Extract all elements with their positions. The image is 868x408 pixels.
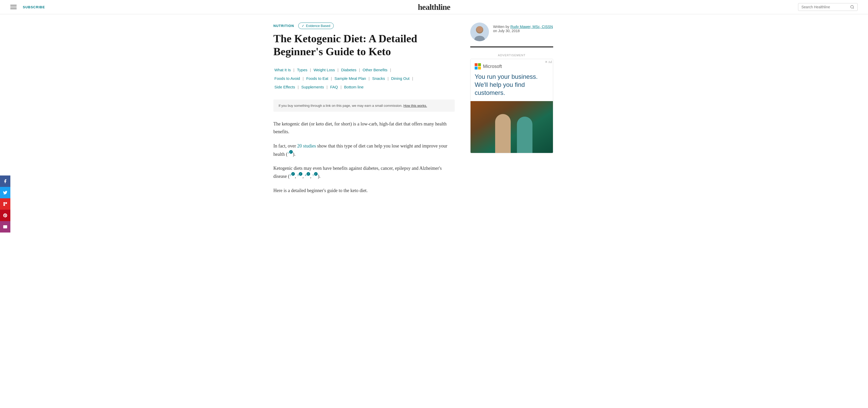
ad-image-content — [470, 101, 553, 153]
ms-blue-square — [475, 67, 477, 69]
flipboard-share-button[interactable] — [0, 198, 10, 210]
nav-link-supplements[interactable]: Supplements — [300, 83, 325, 91]
facebook-share-button[interactable] — [0, 175, 10, 187]
ad-close-button[interactable]: ✕ Ad — [545, 60, 552, 64]
nav-link-dining-out[interactable]: Dining Out — [390, 74, 411, 83]
nav-link-other-benefits[interactable]: Other Benefits — [362, 65, 389, 74]
ms-yellow-square — [478, 67, 481, 69]
nav-link-snacks[interactable]: Snacks — [371, 74, 386, 83]
category-label: NUTRITION — [273, 24, 294, 28]
nav-link-sample-meal-plan[interactable]: Sample Meal Plan — [334, 74, 367, 83]
author-avatar — [470, 23, 489, 41]
hamburger-menu-button[interactable] — [10, 5, 17, 9]
nav-link-diabetes[interactable]: Diabetes — [340, 65, 357, 74]
svg-point-3 — [850, 5, 854, 8]
site-logo[interactable]: healthline — [418, 2, 450, 12]
svg-rect-0 — [3, 202, 5, 204]
site-header: SUBSCRIBE healthline — [0, 0, 868, 14]
ad-header: Microsoft You run your business. We'll h… — [470, 59, 553, 101]
nav-link-side-effects[interactable]: Side Effects — [273, 83, 296, 91]
studies-link[interactable]: 20 studies — [297, 143, 316, 148]
paragraph-1: The ketogenic diet (or keto diet, for sh… — [273, 120, 455, 136]
main-container: NUTRITION ✓ Evidence Based The Ketogenic… — [253, 14, 615, 211]
nav-link-what-it-is[interactable]: What It Is — [273, 65, 292, 74]
ref-2[interactable]: 2✓ — [289, 173, 295, 177]
svg-line-4 — [853, 8, 854, 8]
ref-1[interactable]: 1✓ — [287, 151, 293, 154]
microsoft-logo: Microsoft — [475, 63, 549, 69]
nav-link-weight-loss[interactable]: Weight Loss — [312, 65, 336, 74]
svg-rect-2 — [3, 204, 5, 206]
search-icon — [850, 5, 854, 9]
pinterest-share-button[interactable] — [0, 210, 10, 211]
ref-4[interactable]: 4✓ — [305, 173, 310, 177]
article-body: The ketogenic diet (or keto diet, for sh… — [273, 120, 455, 195]
twitter-share-button[interactable] — [0, 187, 10, 198]
checkmark-icon: ✓ — [302, 24, 305, 28]
disclosure-text: If you buy something through a link on t… — [279, 104, 402, 108]
ad-box: ✕ Ad Microsoft You run your business. We… — [470, 59, 553, 153]
author-name-link[interactable]: Rudy Mawer, MSc, CISSN — [510, 25, 553, 29]
evidence-badge: ✓ Evidence Based — [298, 23, 334, 29]
article-title: The Ketogenic Diet: A Detailed Beginner'… — [273, 32, 455, 58]
paragraph-4: Here is a detailed beginner's guide to t… — [273, 186, 455, 195]
svg-point-8 — [476, 26, 483, 32]
author-prefix: Written by — [493, 25, 509, 29]
ad-headline: You run your business. We'll help you fi… — [475, 72, 549, 97]
author-photo — [470, 23, 489, 41]
search-bar[interactable] — [798, 3, 858, 11]
author-date: on July 30, 2018 — [493, 29, 520, 33]
person1-silhouette — [495, 114, 511, 153]
author-info: Written by Rudy Mawer, MSc, CISSN on Jul… — [493, 23, 553, 33]
nav-link-foods-to-avoid[interactable]: Foods to Avoid — [273, 74, 301, 83]
author-divider-bar — [470, 47, 553, 48]
article-nav: What It Is | Types | Weight Loss | Diabe… — [273, 65, 455, 91]
svg-rect-1 — [5, 202, 7, 204]
nav-link-faq[interactable]: FAQ — [329, 83, 339, 91]
ref-5[interactable]: 5✓ — [312, 173, 318, 177]
ref-3[interactable]: 3✓ — [297, 173, 303, 177]
paragraph-3: Ketogenic diets may even have benefits a… — [273, 164, 455, 180]
paragraph-2: In fact, over 20 studies show that this … — [273, 142, 455, 158]
ad-label: ADVERTISEMENT — [470, 54, 553, 57]
microsoft-grid-icon — [475, 63, 481, 69]
ms-green-square — [478, 63, 481, 66]
ad-image[interactable] — [470, 101, 553, 153]
author-name: Rudy Mawer, MSc, CISSN — [510, 25, 553, 29]
ms-red-square — [475, 63, 477, 66]
advertisement-section: ADVERTISEMENT ✕ Ad Microsoft You run you… — [470, 54, 553, 153]
nav-link-foods-to-eat[interactable]: Foods to Eat — [305, 74, 329, 83]
subscribe-link[interactable]: SUBSCRIBE — [23, 5, 45, 9]
sidebar: Written by Rudy Mawer, MSc, CISSN on Jul… — [470, 14, 553, 201]
author-section: Written by Rudy Mawer, MSc, CISSN on Jul… — [470, 23, 553, 41]
category-section: NUTRITION ✓ Evidence Based — [273, 23, 455, 29]
disclosure-box: If you buy something through a link on t… — [273, 99, 455, 112]
nav-link-types[interactable]: Types — [296, 65, 308, 74]
microsoft-name: Microsoft — [483, 64, 502, 69]
disclosure-link[interactable]: How this works. — [403, 104, 427, 108]
person2-silhouette — [517, 117, 532, 153]
social-sidebar — [0, 175, 10, 211]
nav-link-bottom-line[interactable]: Bottom line — [343, 83, 365, 91]
search-input[interactable] — [801, 5, 848, 9]
article-content: NUTRITION ✓ Evidence Based The Ketogenic… — [273, 14, 470, 201]
